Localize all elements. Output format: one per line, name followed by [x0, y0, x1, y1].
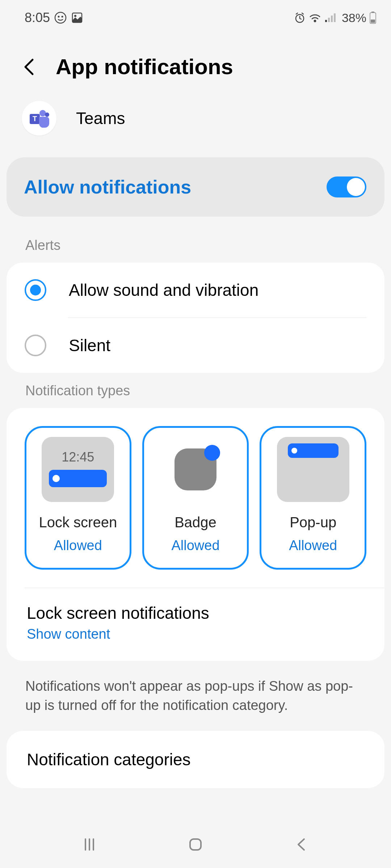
- app-name: Teams: [76, 109, 125, 128]
- info-text: Notifications won't appear as pop-ups if…: [0, 661, 391, 731]
- status-bar: 8:05 38%: [0, 0, 391, 33]
- notif-type-lock-screen[interactable]: 12:45 Lock screen Allowed: [25, 426, 131, 570]
- page-title: App notifications: [56, 54, 233, 79]
- svg-rect-10: [334, 13, 336, 22]
- battery-icon: [369, 12, 377, 24]
- allow-notifications-row[interactable]: Allow notifications: [7, 157, 384, 217]
- wifi-icon: [308, 12, 321, 23]
- navigation-bar: [0, 821, 391, 868]
- alerts-card: Allow sound and vibration Silent: [7, 263, 384, 373]
- popup-preview-icon: [277, 437, 349, 502]
- svg-point-16: [39, 110, 46, 116]
- lock-screen-preview-icon: 12:45: [42, 437, 114, 502]
- app-identity-row: T Teams: [0, 94, 391, 150]
- app-icon: T: [22, 101, 56, 136]
- signal-icon: [324, 13, 337, 23]
- preview-time: 12:45: [62, 450, 94, 465]
- nav-home-button[interactable]: [186, 835, 205, 854]
- status-time: 8:05: [25, 10, 50, 25]
- alert-option-label: Silent: [69, 336, 110, 355]
- alert-option-label: Allow sound and vibration: [69, 280, 258, 300]
- notif-type-status: Allowed: [289, 538, 337, 553]
- app-indicator-icon: [54, 12, 67, 24]
- notif-type-status: Allowed: [54, 538, 102, 553]
- lock-screen-notifications-title: Lock screen notifications: [27, 603, 364, 623]
- svg-rect-7: [325, 20, 327, 22]
- svg-point-17: [45, 112, 49, 117]
- radio-selected-icon: [25, 279, 46, 301]
- svg-point-1: [58, 16, 60, 18]
- back-button[interactable]: [22, 58, 38, 76]
- allow-notifications-toggle[interactable]: [327, 176, 366, 197]
- svg-point-6: [314, 20, 316, 22]
- gallery-indicator-icon: [71, 12, 83, 24]
- lock-screen-notifications-row[interactable]: Lock screen notifications Show content: [7, 588, 384, 661]
- notif-type-title: Pop-up: [290, 514, 336, 531]
- nav-recents-button[interactable]: [80, 835, 98, 854]
- nav-back-button[interactable]: [293, 835, 311, 854]
- svg-text:T: T: [33, 115, 37, 123]
- radio-unselected-icon: [25, 335, 46, 356]
- badge-preview-icon: [159, 437, 232, 502]
- svg-rect-18: [190, 839, 201, 850]
- alert-option-sound-vibration[interactable]: Allow sound and vibration: [7, 263, 384, 318]
- svg-point-4: [74, 15, 76, 17]
- notif-type-popup[interactable]: Pop-up Allowed: [260, 426, 366, 570]
- svg-rect-13: [371, 20, 375, 23]
- battery-percent: 38%: [342, 11, 366, 25]
- notification-types-section-label: Notification types: [0, 373, 391, 408]
- allow-notifications-label: Allow notifications: [24, 176, 191, 198]
- notif-type-badge[interactable]: Badge Allowed: [142, 426, 249, 570]
- page-header: App notifications: [0, 33, 391, 94]
- svg-rect-9: [331, 16, 333, 22]
- notif-type-status: Allowed: [171, 538, 219, 553]
- alerts-section-label: Alerts: [0, 227, 391, 263]
- svg-point-2: [62, 16, 63, 18]
- notification-categories-label: Notification categories: [27, 750, 364, 769]
- svg-point-0: [55, 12, 66, 23]
- lock-screen-notifications-subtitle: Show content: [27, 626, 364, 642]
- alert-option-silent[interactable]: Silent: [7, 318, 384, 373]
- notification-types-card: 12:45 Lock screen Allowed Badge Allowed …: [7, 408, 384, 661]
- svg-rect-8: [328, 18, 330, 22]
- notif-type-title: Lock screen: [39, 514, 117, 531]
- notification-categories-row[interactable]: Notification categories: [7, 731, 384, 788]
- notif-type-title: Badge: [175, 514, 216, 531]
- alarm-icon: [294, 12, 306, 24]
